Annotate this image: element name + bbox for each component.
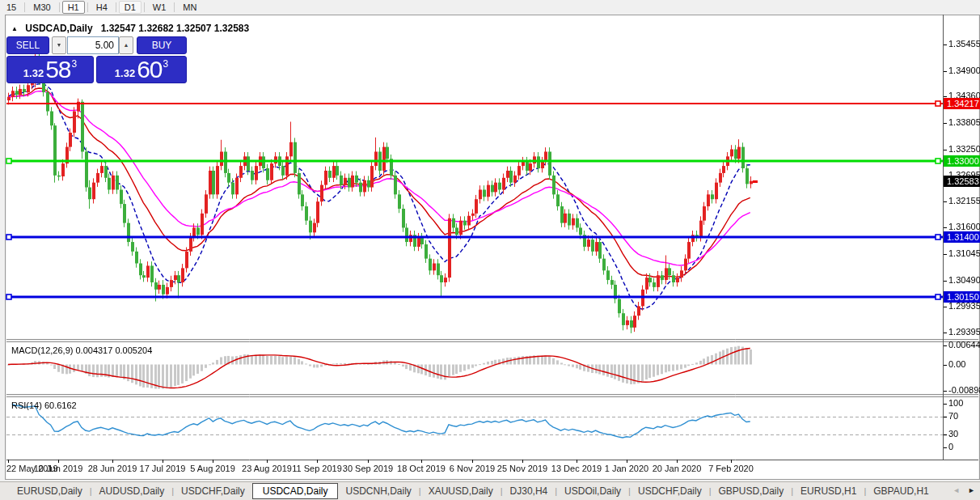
date-axis-label: 13 Dec 2019 [551, 464, 602, 473]
chart-tab-usdcad-daily[interactable]: USDCAD,Daily [252, 483, 339, 499]
rsi-axis-tick: 30 [948, 429, 958, 439]
tab-scroll-right-icon[interactable]: ► [968, 486, 975, 494]
date-axis-label: 11 Sep 2019 [292, 464, 342, 473]
price-axis-tick: 1.35455 [948, 39, 980, 49]
date-axis-label: 6 Nov 2019 [450, 464, 495, 473]
date-axis-label: 20 Jan 2020 [653, 464, 702, 473]
collapse-panel-icon[interactable]: ▲ [11, 25, 18, 32]
chart-tab-dj30-h4[interactable]: DJ30,H4 [503, 484, 555, 498]
buy-button[interactable]: BUY [137, 36, 187, 54]
chart-tab-usdcnh-daily[interactable]: USDCNH,Daily [338, 484, 418, 498]
chart-symbol-period: USDCAD,Daily [25, 23, 92, 34]
rsi-axis-tick: 0 [948, 442, 953, 451]
macd-axis-tick: 0.006448 [948, 340, 980, 350]
macd-axis-tick: 0.00 [948, 359, 965, 369]
date-axis-label: 7 Feb 2020 [708, 464, 754, 473]
sell-button[interactable]: SELL [6, 36, 49, 54]
date-axis-label: 25 Nov 2019 [497, 464, 547, 473]
volume-input[interactable] [67, 36, 119, 54]
chart-tab-gbpusd-daily[interactable]: GBPUSD,Daily [712, 484, 792, 498]
price-axis-tick: 1.32155 [948, 196, 980, 206]
one-click-trade-panel: SELL ▼ ▲ BUY 1.32 58 3 1.32 60 3 [6, 36, 187, 83]
ask-price-major: 1.32 [115, 67, 135, 79]
price-axis-tick: 1.30490 [948, 275, 980, 285]
tab-scroll-left-icon[interactable]: ◄ [953, 486, 960, 494]
macd-axis-tick: -0.008982 [948, 385, 980, 395]
toolbar-separator [59, 2, 60, 12]
macd-indicator-label: MACD(12,26,9) 0.004317 0.005204 [11, 345, 152, 355]
toolbar-separator [87, 2, 88, 12]
volume-decrease-button[interactable]: ▼ [52, 36, 66, 54]
date-axis-label: 28 Jun 2019 [88, 464, 137, 473]
price-axis-tick: 1.34900 [948, 66, 980, 75]
rsi-axis-tick: 100 [948, 398, 963, 408]
current-price-label: 1.32583 [944, 176, 980, 187]
timeframe-button-mn[interactable]: MN [177, 1, 202, 14]
bid-price-pips: 58 [45, 56, 70, 83]
date-axis-label: 10 Jun 2019 [34, 464, 83, 473]
timeframe-button-m15[interactable]: 15 [1, 1, 22, 14]
chart-tab-bar: EURUSD,Daily|AUDUSD,Daily|USDCHF,DailyUS… [0, 481, 980, 500]
price-axis-tick: 1.31045 [948, 248, 980, 258]
chart-tab-gbpaud-h1[interactable]: GBPAUD,H1 [866, 484, 936, 498]
chart-ohlc-values: 1.32547 1.32682 1.32507 1.32583 [101, 23, 250, 34]
rsi-indicator-label: RSI(14) 60.6162 [11, 400, 77, 410]
timeframe-toolbar: 15 M30 H1 H4 D1 W1 MN [0, 0, 980, 15]
bid-price-point: 3 [72, 58, 78, 70]
bid-price-major: 1.32 [23, 67, 44, 79]
date-axis-label: 1 Jan 2020 [605, 464, 648, 473]
price-axis-tick: 1.33250 [948, 144, 980, 154]
chart-tab-xauusd-daily[interactable]: XAUUSD,Daily [421, 484, 501, 498]
chart-tab-eurusd-daily[interactable]: EURUSD,Daily [10, 484, 90, 498]
price-axis-tick: 1.31600 [948, 222, 980, 231]
chart-tab-usdoil-daily[interactable]: USDOil,Daily [557, 484, 628, 498]
chart-title: ▲ USDCAD,Daily 1.32547 1.32682 1.32507 1… [11, 23, 249, 34]
rsi-axis-tick: 70 [948, 411, 958, 421]
timeframe-button-h4[interactable]: H4 [91, 1, 113, 14]
price-label-green-line[interactable]: 1.33000 [944, 155, 980, 167]
spin-up-icon: ▲ [124, 42, 129, 48]
toolbar-separator [174, 2, 175, 12]
volume-increase-button[interactable]: ▲ [119, 36, 133, 54]
timeframe-button-h1[interactable]: H1 [62, 1, 85, 14]
toolbar-separator [24, 2, 25, 12]
spin-down-icon: ▼ [57, 42, 62, 48]
price-label-support-line-1[interactable]: 1.31400 [944, 231, 980, 243]
chart-tab-usdchf-daily[interactable]: USDCHF,Daily [174, 484, 252, 498]
chart-tab-audusd-daily[interactable]: AUDUSD,Daily [92, 484, 172, 498]
price-label-support-line-2[interactable]: 1.30150 [944, 291, 980, 303]
ask-price-point: 3 [163, 58, 169, 70]
timeframe-button-d1[interactable]: D1 [119, 1, 142, 14]
chart-tab-usdchf-daily[interactable]: USDCHF,Daily [631, 484, 709, 498]
toolbar-separator [144, 2, 145, 12]
ask-price-button[interactable]: 1.32 60 3 [96, 56, 187, 83]
date-axis-label: 5 Aug 2019 [190, 464, 235, 473]
price-axis-tick: 1.29395 [948, 327, 980, 337]
bid-price-button[interactable]: 1.32 58 3 [6, 56, 94, 83]
toolbar-separator [116, 2, 116, 12]
date-axis-label: 17 Jul 2019 [140, 464, 186, 473]
chart-tab-eurusd-h1[interactable]: EURUSD,H1 [793, 484, 864, 498]
timeframe-button-m30[interactable]: M30 [27, 1, 56, 14]
date-axis-label: 18 Oct 2019 [397, 464, 446, 473]
price-label-resistance-line[interactable]: 1.34217 [944, 98, 980, 109]
date-axis-label: 30 Sep 2019 [343, 464, 393, 473]
timeframe-button-w1[interactable]: W1 [147, 1, 172, 14]
ask-price-pips: 60 [137, 56, 162, 83]
date-axis-label: 23 Aug 2019 [242, 464, 292, 473]
price-axis-tick: 1.33805 [948, 117, 980, 127]
